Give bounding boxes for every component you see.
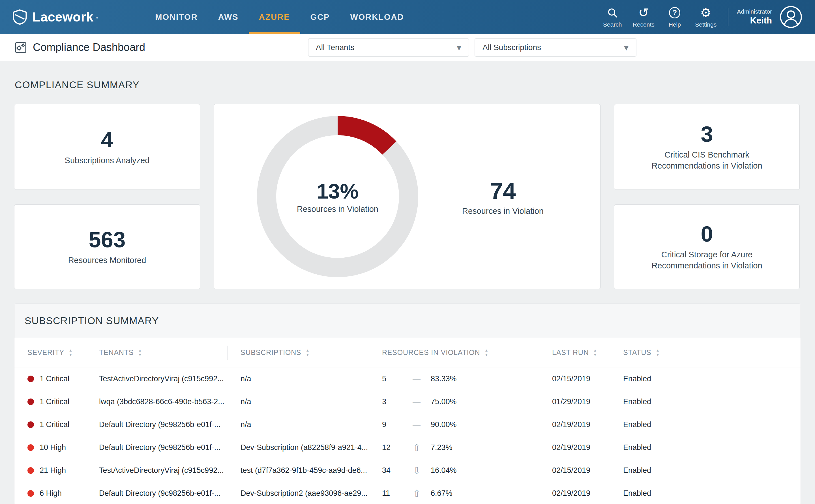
chevron-down-icon xyxy=(624,42,629,53)
table-row[interactable]: 21 High TestActiveDirectoryViraj (c915c9… xyxy=(14,459,801,482)
tenant-cell: Default Directory (9c98256b-e01f-... xyxy=(86,420,227,429)
sub-header: Compliance Dashboard All Tenants All Sub… xyxy=(0,34,815,61)
status-cell: Enabled xyxy=(610,489,727,498)
violation-count: 11 xyxy=(382,489,413,498)
chevron-down-icon xyxy=(457,42,461,53)
nav-item-workload[interactable]: WORKLOAD xyxy=(340,0,414,34)
subscription-cell: test (d7f7a362-9f1b-459c-aa9d-de6... xyxy=(227,466,369,475)
severity-dot xyxy=(27,399,34,405)
violation-count: 3 xyxy=(382,397,413,406)
violation-count: 34 xyxy=(382,466,413,475)
donut-center: 13% Resources in Violation xyxy=(257,116,418,277)
column-header-status[interactable]: STATUS xyxy=(610,346,727,360)
subscription-cell: n/a xyxy=(227,420,369,429)
table-header-row: SEVERITY TENANTS SUBSCRIPTIONS RESOURCES… xyxy=(14,338,801,367)
severity-label: 21 High xyxy=(40,466,66,475)
user-name: Keith xyxy=(737,16,772,26)
help-icon xyxy=(669,6,680,19)
sort-icon[interactable] xyxy=(485,348,489,357)
settings-button[interactable]: Settings xyxy=(692,6,719,28)
critical-cis-card: 3 Critical CIS Benchmark Recommendations… xyxy=(614,104,800,190)
violation-percent: 83.33% xyxy=(431,374,457,383)
table-row[interactable]: 10 High Default Directory (9c98256b-e01f… xyxy=(14,436,801,459)
sort-icon[interactable] xyxy=(656,348,660,357)
subscriptions-dropdown[interactable]: All Subscriptions xyxy=(475,38,637,57)
last-run-cell: 02/15/2019 xyxy=(539,374,610,383)
severity-cell: 21 High xyxy=(14,466,86,475)
column-header-subscriptions[interactable]: SUBSCRIPTIONS xyxy=(227,346,369,360)
help-button[interactable]: Help xyxy=(661,6,688,28)
violation-percent: 16.04% xyxy=(431,466,457,475)
trend-icon xyxy=(413,398,431,406)
last-run-cell: 02/19/2019 xyxy=(539,443,610,452)
sort-icon[interactable] xyxy=(69,348,73,357)
subscriptions-analyzed-label: Subscriptions Analyzed xyxy=(65,155,150,166)
critical-storage-label: Critical Storage for Azure Recommendatio… xyxy=(652,249,762,271)
resources-in-violation-cell: 5 83.33% xyxy=(369,374,539,383)
nav-item-gcp[interactable]: GCP xyxy=(300,0,340,34)
sort-icon[interactable] xyxy=(138,348,142,357)
severity-label: 1 Critical xyxy=(40,374,69,383)
last-run-cell: 01/29/2019 xyxy=(539,397,610,406)
severity-cell: 1 Critical xyxy=(14,397,86,406)
tenant-cell: lwqa (3bdc6828-66c6-490e-b563-2... xyxy=(86,397,227,406)
last-run-cell: 02/19/2019 xyxy=(539,489,610,498)
severity-cell: 6 High xyxy=(14,489,86,498)
sort-icon[interactable] xyxy=(594,348,597,357)
resources-in-violation-cell: 11 6.67% xyxy=(369,489,539,498)
violation-percent: 7.23% xyxy=(431,443,453,452)
compliance-summary-heading: COMPLIANCE SUMMARY xyxy=(15,79,801,91)
tenant-cell: TestActiveDirectoryViraj (c915c992... xyxy=(86,374,227,383)
column-header-resources[interactable]: RESOURCES IN VIOLATION xyxy=(369,346,539,360)
donut-chart: 13% Resources in Violation xyxy=(257,116,418,277)
lacework-shield-icon xyxy=(12,9,27,25)
status-cell: Enabled xyxy=(610,466,727,475)
user-avatar[interactable] xyxy=(779,5,803,29)
resources-in-violation-cell: 12 7.23% xyxy=(369,443,539,453)
nav-item-monitor[interactable]: MONITOR xyxy=(145,0,208,34)
sort-icon[interactable] xyxy=(306,348,310,357)
subscription-cell: Dev-Subscription (a82258f9-a921-4... xyxy=(227,443,369,452)
column-header-last-run[interactable]: LAST RUN xyxy=(539,346,610,360)
violation-count: 5 xyxy=(382,374,413,383)
table-row[interactable]: 1 Critical lwqa (3bdc6828-66c6-490e-b563… xyxy=(14,390,801,413)
compliance-dashboard-icon xyxy=(14,41,27,54)
violations-count: 74 xyxy=(462,178,544,204)
tenant-cell: Default Directory (9c98256b-e01f-... xyxy=(86,443,227,452)
critical-storage-card: 0 Critical Storage for Azure Recommendat… xyxy=(614,204,800,289)
table-row[interactable]: 1 Critical TestActiveDirectoryViraj (c91… xyxy=(14,367,801,390)
severity-label: 10 High xyxy=(40,443,66,452)
recents-button[interactable]: Recents xyxy=(630,6,657,28)
main-content: COMPLIANCE SUMMARY 4 Subscriptions Analy… xyxy=(0,79,815,504)
subscription-cell: Dev-Subscription2 (aae93096-ae29... xyxy=(227,489,369,498)
search-button[interactable]: Search xyxy=(599,6,626,28)
nav-item-azure[interactable]: AZURE xyxy=(249,0,300,34)
nav-item-aws[interactable]: AWS xyxy=(208,0,249,34)
table-row[interactable]: 1 Critical Default Directory (9c98256b-e… xyxy=(14,413,801,436)
severity-dot xyxy=(27,444,34,451)
critical-storage-value: 0 xyxy=(701,222,713,246)
status-cell: Enabled xyxy=(610,443,727,452)
severity-dot xyxy=(27,490,34,497)
table-row[interactable]: 6 High Default Directory (9c98256b-e01f-… xyxy=(14,482,801,504)
resources-in-violation-cell: 9 90.00% xyxy=(369,420,539,429)
trend-icon xyxy=(413,489,431,498)
trademark: ™ xyxy=(94,16,98,21)
severity-label: 1 Critical xyxy=(40,397,69,406)
trend-icon xyxy=(413,421,431,429)
column-header-severity[interactable]: SEVERITY xyxy=(14,346,86,360)
violations-label: Resources in Violation xyxy=(462,206,544,216)
last-run-cell: 02/15/2019 xyxy=(539,466,610,475)
nav-divider xyxy=(728,8,728,26)
donut-percent: 13% xyxy=(317,179,358,203)
lacework-logo[interactable]: Lacework™ xyxy=(12,9,98,25)
user-menu[interactable]: Administrator Keith xyxy=(737,8,772,26)
resources-in-violation-cell: 3 75.00% xyxy=(369,397,539,406)
user-role: Administrator xyxy=(737,8,772,15)
column-header-tenants[interactable]: TENANTS xyxy=(86,346,227,360)
subscription-summary-card: SUBSCRIPTION SUMMARY SEVERITY TENANTS SU… xyxy=(14,303,801,504)
tenants-dropdown[interactable]: All Tenants xyxy=(308,38,469,57)
donut-label: Resources in Violation xyxy=(297,204,378,214)
severity-cell: 10 High xyxy=(14,443,86,452)
subscriptions-analyzed-value: 4 xyxy=(101,128,113,152)
